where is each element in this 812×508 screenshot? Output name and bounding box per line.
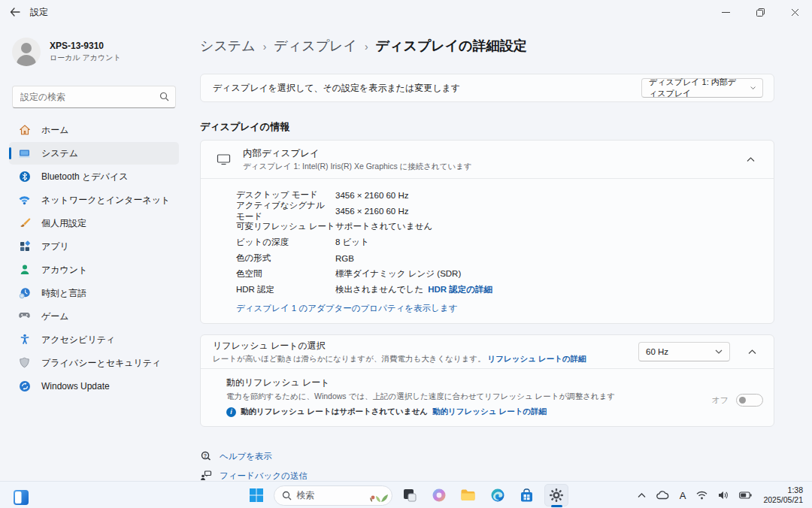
collapse-display-info-button[interactable] [739,148,762,171]
sidebar-item-personalization[interactable]: 個人用設定 [9,212,179,234]
info-row-color-space: 色空間 標準ダイナミック レンジ (SDR) [201,266,774,282]
toggle-state-label: オフ [711,395,729,406]
task-view-button[interactable] [398,484,422,506]
taskbar-search-placeholder: 検索 [297,489,361,502]
user-name: XPS-13-9310 [50,41,121,51]
refresh-rate-card: リフレッシュ レートの選択 レートが高いほど動きは滑らかになりますが、消費電力も… [200,334,774,427]
dynamic-refresh-rate-section: 動的リフレッシュ レート 電力を節約するために、Windows では、上記の選択… [201,368,774,426]
taskbar-clock[interactable]: 1:38 2025/05/21 [759,485,807,505]
folder-icon [460,488,476,502]
breadcrumb-display[interactable]: ディスプレイ [274,37,357,55]
edge-button[interactable] [486,484,510,506]
user-card[interactable]: XPS-13-9310 ローカル アカウント [0,32,188,72]
restore-button[interactable] [743,0,777,24]
close-icon [791,8,799,17]
dynamic-refresh-rate-description: 電力を節約するために、Windows では、上記の選択した速度に合わせてリフレッ… [226,392,711,402]
sidebar-item-apps[interactable]: アプリ [9,235,179,258]
info-row-active-signal-mode: アクティブなシグナル モード 3456 × 2160 60 Hz [201,203,774,219]
sidebar: XPS-13-9310 ローカル アカウント ホーム システム Bluetoot… [0,24,188,481]
restore-icon [756,8,765,17]
cloud-icon [656,491,669,500]
taskbar-search-box[interactable]: 検索 [274,485,392,506]
sidebar-item-bluetooth-devices[interactable]: Bluetooth とデバイス [9,165,179,188]
edge-icon [490,488,505,503]
refresh-rate-details-link[interactable]: リフレッシュ レートの詳細 [488,354,586,363]
sidebar-item-windows-update[interactable]: Windows Update [9,375,179,398]
sidebar-item-accounts[interactable]: アカウント [9,259,179,281]
settings-search-input[interactable] [12,86,176,108]
minimize-icon [722,8,730,17]
battery-tray-button[interactable] [735,484,756,506]
tray-show-hidden-icons-button[interactable] [634,484,650,506]
chevron-up-icon [748,349,756,355]
sidebar-item-privacy-security[interactable]: プライバシーとセキュリティ [9,352,179,374]
copilot-button[interactable] [427,484,451,506]
info-row-bit-depth: ビットの深度 8 ビット [201,234,774,250]
sidebar-item-network-internet[interactable]: ネットワークとインターネット [9,189,179,211]
battery-icon [739,491,752,499]
feedback-icon [200,470,212,481]
wifi-icon [696,491,707,500]
onedrive-tray-button[interactable] [653,484,673,506]
clock-time: 1:38 [763,485,803,495]
volume-tray-button[interactable] [714,484,732,506]
hdr-certification-details-link[interactable]: HDR 認定の詳細 [428,284,492,295]
breadcrumb: システム › ディスプレイ › ディスプレイの詳細設定 [200,35,774,57]
get-help-link[interactable]: ? ヘルプを表示 [200,446,774,466]
refresh-rate-title: リフレッシュ レートの選択 [213,340,638,352]
help-icon: ? [200,450,212,462]
chevron-down-icon [750,86,756,90]
page-title: ディスプレイの詳細設定 [376,37,527,55]
info-row-variable-refresh-rate: 可変リフレッシュ レート サポートされていません [201,219,774,234]
file-explorer-button[interactable] [456,484,480,506]
ime-mode-button[interactable]: A [676,484,690,506]
send-feedback-link[interactable]: フィードバックの送信 [200,466,774,481]
system-icon [18,147,31,160]
info-row-color-format: 色の形式 RGB [201,250,774,266]
content-pane: システム › ディスプレイ › ディスプレイの詳細設定 ディスプレイを選択して、… [188,24,812,481]
close-button[interactable] [777,0,812,24]
svg-text:?: ? [204,453,207,458]
dynamic-refresh-rate-toggle[interactable] [736,394,763,407]
account-person-icon [18,264,31,277]
collapse-refresh-rate-button[interactable] [741,340,763,363]
dynamic-refresh-rate-title: 動的リフレッシュ レート [226,376,711,389]
clock-icon [18,287,31,300]
breadcrumb-separator: › [365,39,368,53]
paintbrush-icon [18,217,31,230]
avatar [12,38,41,66]
dynamic-refresh-rate-details-link[interactable]: 動的リフレッシュ レートの詳細 [432,407,547,417]
sidebar-item-time-language[interactable]: 時刻と言語 [9,282,179,304]
back-button[interactable] [0,0,30,24]
sidebar-item-gaming[interactable]: ゲーム [9,305,179,328]
dynamic-refresh-rate-status: 動的リフレッシュ レートはサポートされていません [241,407,428,417]
breadcrumb-system[interactable]: システム [200,37,256,55]
wifi-tray-button[interactable] [692,484,711,506]
copilot-icon [432,488,447,503]
microsoft-store-button[interactable] [515,484,539,506]
chevron-up-icon [638,493,646,498]
task-view-icon [402,488,417,503]
windows-logo-icon [249,488,264,503]
home-icon [18,124,31,137]
sidebar-item-accessibility[interactable]: アクセシビリティ [9,328,179,351]
clock-date: 2025/05/21 [763,495,803,505]
user-account-type: ローカル アカウント [50,53,121,63]
accessibility-person-icon [18,334,31,346]
search-icon [159,92,169,101]
internal-display-subtitle: ディスプレイ 1: Intel(R) Iris(R) Xe Graphics に… [243,162,739,172]
refresh-rate-dropdown[interactable]: 60 Hz [638,342,730,361]
chevron-up-icon [747,157,755,162]
adapter-properties-link[interactable]: ディスプレイ 1 のアダプターのプロパティを表示します [236,304,457,313]
settings-app-button[interactable] [544,484,568,506]
info-icon: i [226,407,236,417]
settings-gear-icon [549,488,564,503]
sidebar-item-home[interactable]: ホーム [9,119,179,141]
start-button[interactable] [244,484,268,506]
minimize-button[interactable] [708,0,743,24]
internal-display-title: 内部ディスプレイ [243,147,739,160]
sidebar-item-system[interactable]: システム [9,142,179,165]
display-select-dropdown[interactable]: ディスプレイ 1: 内部ディスプレイ [641,78,763,98]
apps-icon [18,240,31,253]
refresh-rate-description: レートが高いほど動きは滑らかになりますが、消費電力も大きくなります。 [213,354,486,363]
